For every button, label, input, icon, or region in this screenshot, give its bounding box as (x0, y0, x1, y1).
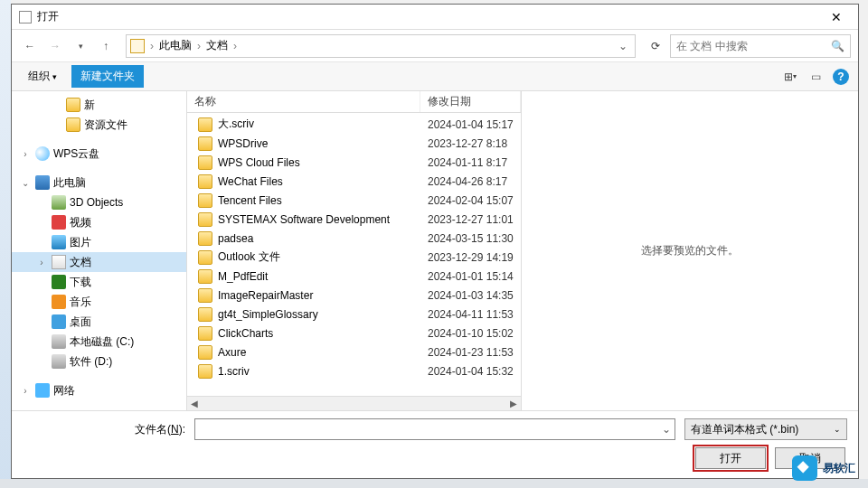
tree-item-icon (52, 314, 66, 329)
background-bottom (0, 479, 868, 488)
tree-item-icon (52, 195, 66, 210)
file-row[interactable]: M_PdfEdit2024-01-01 15:14 (187, 267, 521, 286)
file-row[interactable]: Tencent Files2024-02-04 15:07 (187, 191, 521, 210)
file-row[interactable]: WPS Cloud Files2024-01-11 8:17 (187, 153, 521, 172)
location-icon (130, 39, 145, 53)
tree-item[interactable]: 视频 (12, 212, 186, 232)
filename-input[interactable] (199, 423, 662, 436)
file-row[interactable]: WeChat Files2024-04-26 8:17 (187, 172, 521, 191)
tree-item[interactable]: ›文档 (12, 252, 186, 272)
file-row[interactable]: Axure2024-01-23 11:53 (187, 343, 521, 361)
breadcrumb-sep: › (231, 40, 239, 52)
file-name: Axure (218, 346, 424, 359)
tree-item-icon (52, 255, 66, 269)
file-name: WPSDrive (218, 137, 424, 150)
folder-icon (198, 345, 212, 360)
back-button[interactable]: ← (19, 35, 41, 57)
expander-icon[interactable]: › (35, 258, 48, 267)
file-row[interactable]: SYSTEMAX Software Development2023-12-27 … (187, 210, 521, 229)
tree-item-label: 网络 (53, 383, 75, 399)
file-row[interactable]: padsea2024-03-15 11:30 (187, 229, 521, 248)
file-name: 大.scriv (218, 117, 424, 132)
address-bar[interactable]: › 此电脑 › 文档 › ⌄ (126, 34, 636, 58)
file-name: WPS Cloud Files (218, 156, 424, 169)
tree-item-label: 3D Objects (70, 196, 123, 209)
file-name: SYSTEMAX Software Development (218, 213, 424, 226)
cancel-button[interactable]: 取消 (775, 447, 845, 469)
breadcrumb-folder[interactable]: 文档 (203, 38, 231, 53)
file-rows[interactable]: 大.scriv2024-01-04 15:17WPSDrive2023-12-2… (187, 113, 521, 396)
column-headers: 名称 修改日期 (187, 91, 521, 113)
filename-combobox[interactable]: ⌄ (194, 418, 675, 440)
up-button[interactable]: ↑ (95, 35, 117, 57)
folder-icon (198, 193, 212, 208)
file-row[interactable]: WPSDrive2023-12-27 8:18 (187, 134, 521, 153)
search-box[interactable]: 🔍 (670, 34, 851, 58)
scroll-left-button[interactable]: ◀ (187, 399, 202, 408)
folder-icon (198, 231, 212, 246)
refresh-button[interactable]: ⟳ (645, 35, 666, 57)
file-row[interactable]: 1.scriv2024-01-04 15:32 (187, 361, 521, 380)
tree-item[interactable]: 新 (12, 95, 186, 115)
recent-dropdown[interactable]: ▾ (70, 35, 91, 57)
tree-item[interactable]: ⌄此电脑 (12, 173, 186, 192)
column-date[interactable]: 修改日期 (420, 91, 521, 112)
folder-icon (198, 288, 212, 303)
tree-item[interactable]: 音乐 (12, 292, 186, 312)
expander-icon[interactable]: › (19, 386, 32, 396)
preview-pane-button[interactable]: ▭ (806, 67, 826, 87)
organize-button[interactable]: 组织 ▾ (19, 65, 66, 88)
breadcrumb-root[interactable]: 此电脑 (156, 38, 195, 53)
folder-icon (198, 136, 212, 151)
tree-item[interactable]: ›WPS云盘 (12, 144, 186, 164)
tree-item[interactable]: 资源文件 (12, 115, 186, 135)
file-row[interactable]: Outlook 文件2023-12-29 14:19 (187, 248, 521, 267)
tree-item[interactable]: 本地磁盘 (C:) (12, 332, 186, 352)
file-date: 2024-01-10 15:02 (424, 327, 521, 340)
address-dropdown[interactable]: ⌄ (615, 40, 631, 52)
file-row[interactable]: ClickCharts2024-01-10 15:02 (187, 324, 521, 343)
nav-row: ← → ▾ ↑ › 此电脑 › 文档 › ⌄ ⟳ 🔍 (12, 30, 858, 62)
search-icon[interactable]: 🔍 (831, 40, 844, 52)
tree-item[interactable]: 3D Objects (12, 192, 186, 212)
file-row[interactable]: gt4t_SimpleGlossary2024-04-11 11:53 (187, 305, 521, 324)
file-row[interactable]: ImageRepairMaster2024-01-03 14:35 (187, 286, 521, 305)
filename-dropdown[interactable]: ⌄ (662, 423, 671, 436)
file-name: padsea (218, 232, 424, 245)
tree-item-icon (52, 334, 66, 349)
column-name[interactable]: 名称 (187, 91, 420, 112)
chevron-down-icon: ⌄ (834, 425, 841, 434)
scroll-right-button[interactable]: ▶ (506, 399, 521, 408)
file-name: ClickCharts (218, 327, 424, 340)
close-button[interactable]: ✕ (822, 10, 851, 24)
new-folder-button[interactable]: 新建文件夹 (71, 65, 144, 88)
tree-item-label: 图片 (70, 235, 91, 250)
titlebar: 打开 ✕ (12, 5, 858, 30)
tree-item[interactable]: 软件 (D:) (12, 352, 186, 371)
help-button[interactable]: ? (831, 67, 851, 87)
folder-icon (198, 269, 212, 284)
preview-empty-text: 选择要预览的文件。 (641, 243, 739, 258)
folder-icon (198, 364, 212, 379)
view-mode-button[interactable]: ⊞▾ (780, 67, 800, 87)
tree-item-icon (52, 354, 66, 369)
tree-item-label: 软件 (D:) (70, 354, 112, 370)
open-button[interactable]: 打开 (695, 447, 766, 469)
search-input[interactable] (676, 40, 831, 52)
tree-item[interactable]: 图片 (12, 232, 186, 252)
expander-icon[interactable]: › (19, 149, 32, 159)
tree-item[interactable]: 下载 (12, 272, 186, 292)
background-stripe (0, 0, 11, 488)
forward-button[interactable]: → (44, 35, 66, 57)
tree-item-label: 此电脑 (53, 175, 86, 191)
nav-tree[interactable]: 新资源文件›WPS云盘⌄此电脑3D Objects视频图片›文档下载音乐桌面本地… (12, 91, 187, 410)
tree-item[interactable]: 桌面 (12, 312, 186, 332)
folder-icon (198, 307, 212, 322)
horizontal-scrollbar[interactable]: ◀ ▶ (187, 396, 521, 410)
tree-item-icon (52, 275, 66, 289)
file-list: 名称 修改日期 大.scriv2024-01-04 15:17WPSDrive2… (187, 91, 522, 410)
filetype-filter[interactable]: 有道单词本格式 (*.bin) ⌄ (684, 418, 847, 440)
expander-icon[interactable]: ⌄ (19, 178, 32, 188)
tree-item[interactable]: ›网络 (12, 380, 186, 400)
file-row[interactable]: 大.scriv2024-01-04 15:17 (187, 115, 521, 134)
